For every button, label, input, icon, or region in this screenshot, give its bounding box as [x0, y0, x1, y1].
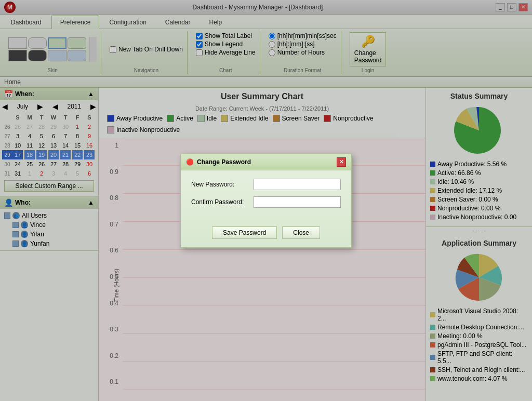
new-password-label: New Password:: [191, 181, 254, 188]
confirm-password-input[interactable]: [254, 196, 341, 208]
confirm-password-label: Confirm Password:: [191, 198, 254, 206]
modal-close-button[interactable]: Close: [282, 226, 320, 239]
new-password-row: New Password:: [191, 179, 341, 190]
confirm-password-row: Confirm Password:: [191, 196, 341, 208]
modal-header: 🔴 Change Password ✕: [181, 154, 351, 170]
change-password-modal: 🔴 Change Password ✕ New Password: Confir…: [180, 154, 352, 248]
modal-title-text: Change Password: [197, 158, 251, 166]
new-password-input[interactable]: [254, 179, 341, 190]
modal-footer: Save Password Close: [181, 222, 351, 247]
save-password-button[interactable]: Save Password: [212, 226, 277, 239]
modal-close-icon-btn[interactable]: ✕: [337, 157, 346, 167]
modal-overlay: 🔴 Change Password ✕ New Password: Confir…: [0, 0, 532, 401]
modal-title: 🔴 Change Password: [186, 158, 251, 166]
modal-icon: 🔴: [186, 158, 194, 166]
modal-body: New Password: Confirm Password:: [181, 170, 351, 222]
